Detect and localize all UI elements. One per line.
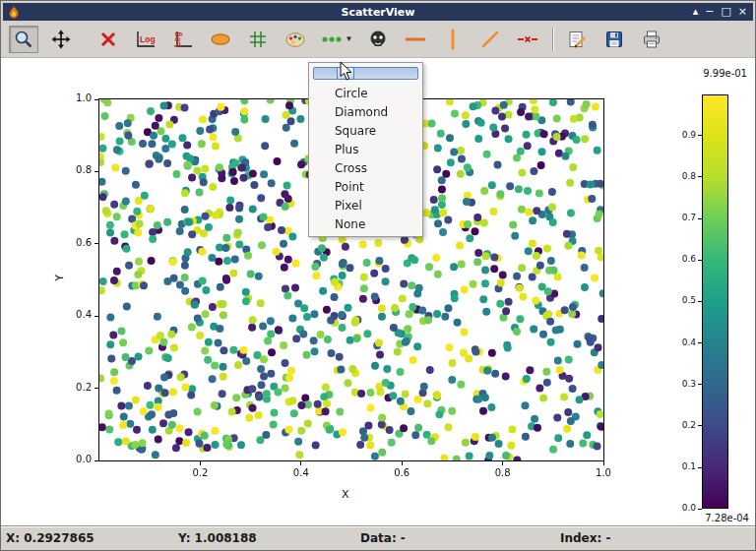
colorbar-tick-label: 0.6: [662, 254, 696, 264]
colorbar-tick-label: 0.5: [662, 295, 696, 305]
log-x-axis-icon: Log: [135, 30, 157, 49]
x-tick-label: 0.4: [285, 467, 317, 478]
y-tick-label: 1.0: [58, 92, 92, 103]
y-tick-label: 0.0: [58, 454, 92, 464]
window-controls: ▴ − □ ×: [693, 3, 747, 21]
y-tick-mark: [94, 99, 98, 100]
menu-item-diamond[interactable]: Diamond: [309, 103, 422, 122]
colorbar: [702, 94, 728, 509]
colorbar-tick-mark: [698, 260, 702, 261]
mask-button[interactable]: [363, 26, 393, 53]
colorbar-tick-mark: [698, 218, 702, 219]
y-tick-mark: [94, 171, 98, 172]
y-tick-label: 0.4: [58, 309, 92, 320]
shade-button[interactable]: ▴: [693, 3, 699, 21]
marker-size-slider[interactable]: [313, 67, 418, 80]
vertical-line-button[interactable]: [438, 26, 468, 53]
save-button[interactable]: [599, 26, 629, 53]
toolbar-separator: [552, 28, 554, 51]
colorbar-tick-mark: [698, 176, 702, 177]
status-y-coordinate: Y: 1.008188: [178, 526, 257, 550]
y-tick-label: 0.8: [58, 164, 92, 175]
pan-arrows-icon: [51, 30, 71, 49]
menu-item-none[interactable]: None: [309, 215, 422, 234]
status-x-coordinate: X: 0.2927865: [6, 526, 94, 550]
vertical-line-icon: [443, 29, 463, 50]
colorbar-tick-label: 0.9: [662, 130, 696, 140]
horizontal-line-icon: [405, 30, 426, 49]
x-tick-mark: [603, 461, 604, 465]
annotate-button[interactable]: [562, 26, 592, 53]
x-tick-mark: [402, 461, 403, 465]
status-index-value: Index: -: [560, 526, 610, 550]
colorbar-tick-label: 0.8: [662, 171, 696, 181]
menu-item-point[interactable]: Point: [309, 178, 422, 197]
x-tick-label: 0.8: [487, 467, 519, 478]
log-y-button[interactable]: Log: [168, 26, 198, 53]
x-tick-mark: [200, 461, 201, 465]
menu-item-pixel[interactable]: Pixel: [309, 197, 422, 215]
colorbar-tick-label: 0.2: [662, 420, 696, 430]
magnifier-icon: [14, 30, 33, 49]
diagonal-line-button[interactable]: [475, 26, 505, 53]
colorbar-min-label: 7.28e-04: [680, 513, 749, 523]
y-tick-mark: [94, 316, 98, 317]
palette-button[interactable]: [281, 26, 310, 53]
colorbar-tick-mark: [698, 135, 702, 136]
grid-toggle-button[interactable]: [243, 26, 273, 53]
menu-item-circle[interactable]: Circle: [309, 85, 422, 103]
log-y-axis-icon: Log: [172, 30, 194, 49]
chevron-down-icon: ▼: [346, 34, 353, 43]
menu-item-square[interactable]: Square: [309, 122, 422, 141]
menu-item-cross[interactable]: Cross: [309, 159, 422, 178]
pan-tool-button[interactable]: [46, 26, 76, 53]
title-bar: ScatterView ▴ − □ ×: [3, 3, 753, 21]
palette-icon: [284, 30, 306, 49]
y-tick-mark: [94, 388, 98, 389]
maximize-button[interactable]: □: [721, 3, 730, 21]
y-tick-label: 0.6: [58, 237, 92, 248]
ellipse-icon: [210, 30, 231, 49]
x-tick-label: 0.6: [386, 467, 417, 478]
y-tick-mark: [94, 243, 98, 244]
clear-button[interactable]: [94, 26, 123, 53]
marker-style-menu: Circle Diamond Square Plus Cross Point P…: [308, 62, 423, 237]
x-tick-label: 0.2: [184, 467, 216, 478]
status-bar: X: 0.2927865 Y: 1.008188 Data: - Index: …: [1, 525, 755, 550]
log-x-button[interactable]: Log: [131, 26, 160, 53]
svg-text:Log: Log: [140, 34, 156, 44]
app-window: ScatterView ▴ − □ ×: [0, 0, 756, 551]
printer-icon: [642, 30, 662, 49]
colorbar-tick-mark: [698, 342, 702, 343]
y-tick-mark: [94, 460, 98, 461]
floppy-disk-icon: [604, 30, 624, 49]
y-axis-label: Y: [53, 275, 66, 281]
red-x-icon: [98, 30, 118, 49]
minimize-button[interactable]: −: [705, 3, 714, 21]
colorbar-tick-label: 0.0: [662, 503, 696, 513]
dashed-line-marker-button[interactable]: [513, 26, 542, 53]
x-tick-label: 1.0: [588, 467, 619, 478]
diagonal-line-icon: [480, 30, 500, 49]
print-button[interactable]: [637, 26, 666, 53]
status-data-value: Data: -: [360, 526, 406, 550]
ellipse-tool-button[interactable]: [206, 26, 235, 53]
horizontal-line-button[interactable]: [401, 26, 430, 53]
mouse-cursor: [340, 62, 353, 82]
marker-dots-icon: [321, 30, 345, 49]
close-button[interactable]: ×: [738, 3, 747, 21]
marker-style-button[interactable]: ▼: [318, 26, 355, 53]
y-tick-label: 0.2: [58, 382, 92, 393]
dashed-line-x-icon: [517, 30, 538, 49]
colorbar-tick-mark: [698, 509, 702, 510]
x-axis-label: X: [342, 488, 349, 501]
menu-item-plus[interactable]: Plus: [309, 141, 422, 159]
zoom-tool-button[interactable]: [9, 26, 38, 53]
colorbar-tick-label: 0.7: [662, 213, 696, 222]
colorbar-tick-mark: [698, 301, 702, 302]
colorbar-tick-mark: [698, 467, 702, 468]
colorbar-tick-mark: [698, 425, 702, 426]
x-tick-mark: [300, 461, 301, 465]
x-tick-mark: [502, 461, 503, 465]
colorbar-max-label: 9.99e-01: [678, 68, 747, 79]
